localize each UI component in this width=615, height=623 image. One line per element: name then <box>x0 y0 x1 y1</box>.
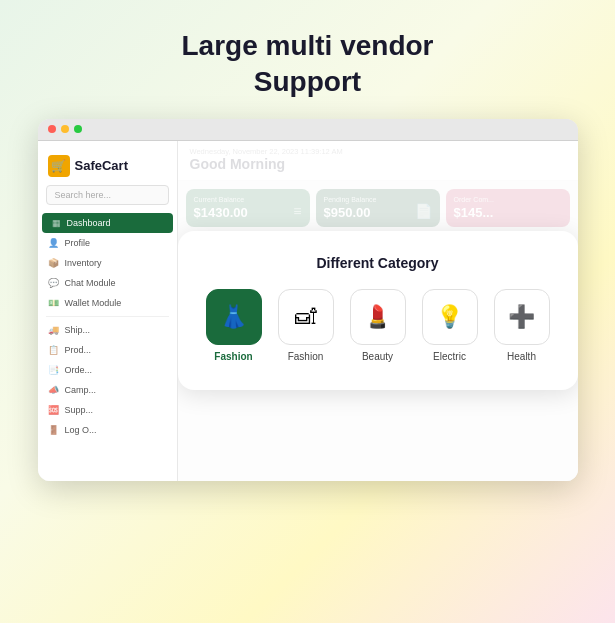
profile-icon: 👤 <box>48 238 59 248</box>
browser-window: 🛒 SafeCart Search here... ▦ Dashboard 👤 … <box>38 119 578 481</box>
category-list: 👗 Fashion 🛋 Fashion 💄 Beauty 💡 <box>206 289 550 362</box>
sidebar-logo: 🛒 SafeCart <box>38 151 177 185</box>
sidebar-item-dashboard[interactable]: ▦ Dashboard <box>42 213 173 233</box>
category-label-health: Health <box>507 351 536 362</box>
category-item-health[interactable]: ➕ Health <box>492 289 552 362</box>
support-icon: 🆘 <box>48 405 59 415</box>
main-content: Wednesday, November 22, 2023 11:39:12 AM… <box>178 141 578 481</box>
modal-title: Different Category <box>206 255 550 271</box>
page-title: Large multi vendor Support <box>181 28 433 101</box>
inventory-icon: 📦 <box>48 258 59 268</box>
category-icon-fashion-active: 👗 <box>206 289 262 345</box>
page-header: Large multi vendor Support <box>161 0 453 119</box>
dashboard-icon: ▦ <box>52 218 61 228</box>
category-icon-health: ➕ <box>494 289 550 345</box>
category-label-electric: Electric <box>433 351 466 362</box>
sidebar-item-campaigns[interactable]: 📣 Camp... <box>38 380 177 400</box>
sidebar: 🛒 SafeCart Search here... ▦ Dashboard 👤 … <box>38 141 178 481</box>
sidebar-search[interactable]: Search here... <box>46 185 169 205</box>
sidebar-divider <box>46 316 169 317</box>
modal-overlay: Different Category 👗 Fashion 🛋 Fashion 💄 <box>178 141 578 481</box>
logo-text: SafeCart <box>75 158 128 173</box>
sidebar-item-profile[interactable]: 👤 Profile <box>38 233 177 253</box>
sidebar-item-chat[interactable]: 💬 Chat Module <box>38 273 177 293</box>
logout-icon: 🚪 <box>48 425 59 435</box>
sidebar-item-inventory[interactable]: 📦 Inventory <box>38 253 177 273</box>
category-item-fashion-active[interactable]: 👗 Fashion <box>204 289 264 362</box>
sidebar-item-logout[interactable]: 🚪 Log O... <box>38 420 177 440</box>
dot-yellow <box>61 125 69 133</box>
sidebar-item-orders[interactable]: 📑 Orde... <box>38 360 177 380</box>
shipping-icon: 🚚 <box>48 325 59 335</box>
products-icon: 📋 <box>48 345 59 355</box>
orders-icon: 📑 <box>48 365 59 375</box>
category-item-fashion2[interactable]: 🛋 Fashion <box>276 289 336 362</box>
wallet-icon: 💵 <box>48 298 59 308</box>
browser-bar <box>38 119 578 141</box>
dot-red <box>48 125 56 133</box>
category-label-fashion-active: Fashion <box>214 351 252 362</box>
sidebar-item-wallet[interactable]: 💵 Wallet Module <box>38 293 177 313</box>
sidebar-item-support[interactable]: 🆘 Supp... <box>38 400 177 420</box>
sidebar-item-products[interactable]: 📋 Prod... <box>38 340 177 360</box>
modal-card: Different Category 👗 Fashion 🛋 Fashion 💄 <box>178 231 578 390</box>
category-label-beauty: Beauty <box>362 351 393 362</box>
category-item-electric[interactable]: 💡 Electric <box>420 289 480 362</box>
logo-icon: 🛒 <box>48 155 70 177</box>
campaigns-icon: 📣 <box>48 385 59 395</box>
dot-green <box>74 125 82 133</box>
chat-icon: 💬 <box>48 278 59 288</box>
category-icon-beauty: 💄 <box>350 289 406 345</box>
category-icon-fashion2: 🛋 <box>278 289 334 345</box>
category-item-beauty[interactable]: 💄 Beauty <box>348 289 408 362</box>
category-label-fashion2: Fashion <box>288 351 324 362</box>
category-icon-electric: 💡 <box>422 289 478 345</box>
sidebar-item-shipping[interactable]: 🚚 Ship... <box>38 320 177 340</box>
